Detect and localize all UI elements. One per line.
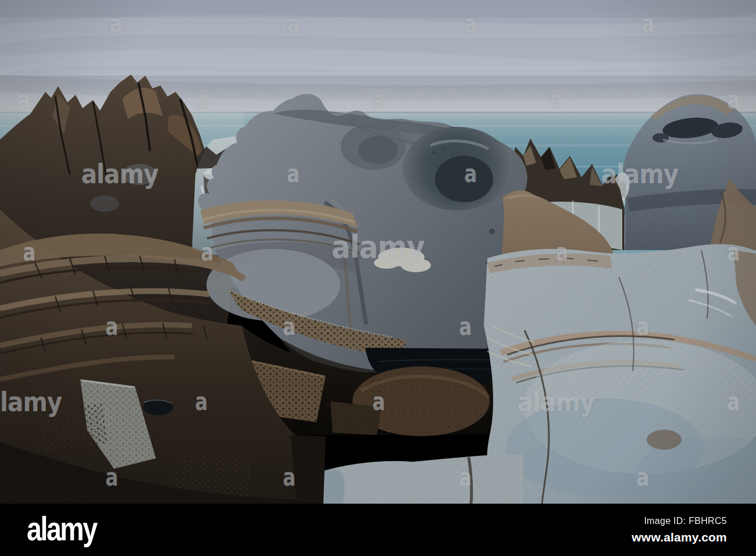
website-text: www.alamy.com	[632, 530, 727, 544]
caption-bar: alamy Image ID: FBHRC5 www.alamy.com	[0, 504, 756, 556]
image-id-text: Image ID: FBHRC5	[632, 516, 727, 526]
photo-canvas	[0, 0, 756, 504]
alamy-logo: alamy	[27, 512, 97, 546]
vignette	[0, 0, 756, 504]
alamy-stock-photo: a a a a a a a a a alamy a a alamy a a a …	[0, 0, 756, 556]
